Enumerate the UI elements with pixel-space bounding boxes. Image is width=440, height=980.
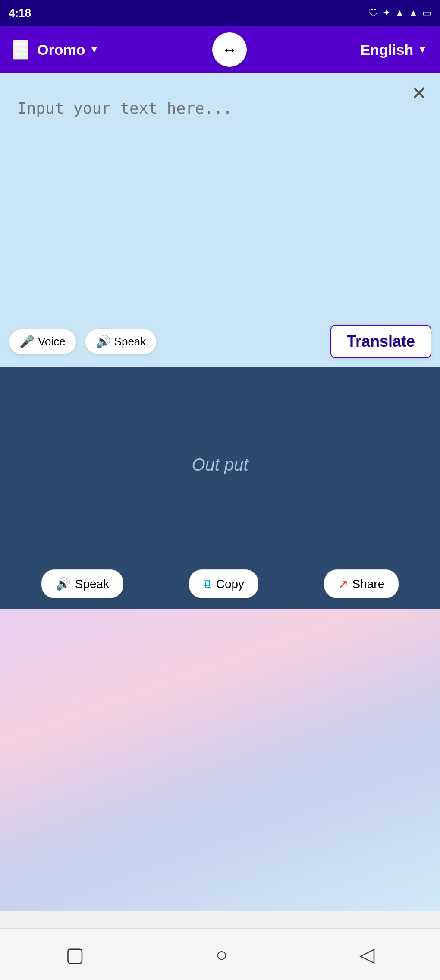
status-time: 4:18 — [9, 6, 31, 20]
status-icons: 🛡 ✦ ▲ ▲ ▭ — [369, 7, 431, 19]
shield-icon: 🛡 — [369, 7, 378, 19]
speak-input-label: Speak — [114, 335, 146, 348]
nav-bar: ▢ ○ ◁ — [0, 928, 440, 980]
speak-output-icon: 🔊 — [56, 577, 71, 591]
toolbar-left: ☰ Oromo ▼ — [13, 40, 99, 60]
copy-button[interactable]: ⧉ Copy — [189, 569, 258, 598]
share-button[interactable]: ↗ Share — [324, 569, 399, 598]
translate-button[interactable]: Translate — [330, 325, 431, 358]
output-text-container: Out put — [0, 367, 440, 563]
source-lang-label: Oromo — [37, 41, 85, 58]
back-icon: ◁ — [359, 943, 374, 966]
source-lang-selector[interactable]: Oromo ▼ — [37, 41, 99, 58]
speak-input-button[interactable]: 🔊 Speak — [85, 329, 157, 354]
close-button[interactable]: ✕ — [411, 84, 427, 103]
nav-back-button[interactable]: ◁ — [359, 943, 374, 966]
input-area: ✕ 🎤 Voice 🔊 Speak Translate — [0, 73, 440, 367]
share-icon: ↗ — [338, 577, 348, 591]
speak-output-button[interactable]: 🔊 Speak — [41, 569, 123, 598]
copy-label: Copy — [216, 577, 244, 591]
input-actions-left: 🎤 Voice 🔊 Speak — [9, 329, 157, 354]
target-lang-chevron: ▼ — [418, 44, 427, 55]
voice-button[interactable]: 🎤 Voice — [9, 329, 76, 354]
share-label: Share — [352, 577, 385, 591]
background-section — [0, 609, 440, 911]
signal2-icon: ▲ — [409, 7, 418, 19]
battery-icon: ▭ — [422, 7, 431, 19]
toolbar: ☰ Oromo ▼ ↔ English ▼ — [0, 26, 440, 73]
copy-icon: ⧉ — [203, 577, 212, 591]
source-lang-chevron: ▼ — [89, 44, 99, 55]
status-bar: 4:18 🛡 ✦ ▲ ▲ ▭ — [0, 0, 440, 26]
swap-icon: ↔ — [222, 41, 237, 59]
speak-output-label: Speak — [75, 577, 109, 591]
voice-icon: 🎤 — [19, 335, 35, 349]
nav-recents-button[interactable]: ▢ — [66, 943, 84, 966]
output-text: Out put — [192, 455, 248, 474]
recents-icon: ▢ — [66, 943, 84, 966]
speak-input-icon: 🔊 — [96, 335, 111, 349]
input-actions: 🎤 Voice 🔊 Speak Translate — [0, 320, 440, 367]
output-area: Out put 🔊 Speak ⧉ Copy ↗ Share — [0, 367, 440, 609]
bluetooth-icon: ✦ — [383, 7, 390, 19]
output-actions: 🔊 Speak ⧉ Copy ↗ Share — [0, 563, 440, 609]
signal-icon: ▲ — [395, 7, 404, 19]
target-lang-label: English — [360, 41, 413, 58]
swap-languages-button[interactable]: ↔ — [212, 32, 247, 67]
voice-label: Voice — [38, 335, 66, 348]
menu-button[interactable]: ☰ — [13, 40, 28, 60]
text-input[interactable] — [0, 73, 440, 320]
home-icon: ○ — [216, 943, 228, 966]
target-lang-selector[interactable]: English ▼ — [360, 41, 427, 58]
nav-home-button[interactable]: ○ — [216, 943, 228, 966]
